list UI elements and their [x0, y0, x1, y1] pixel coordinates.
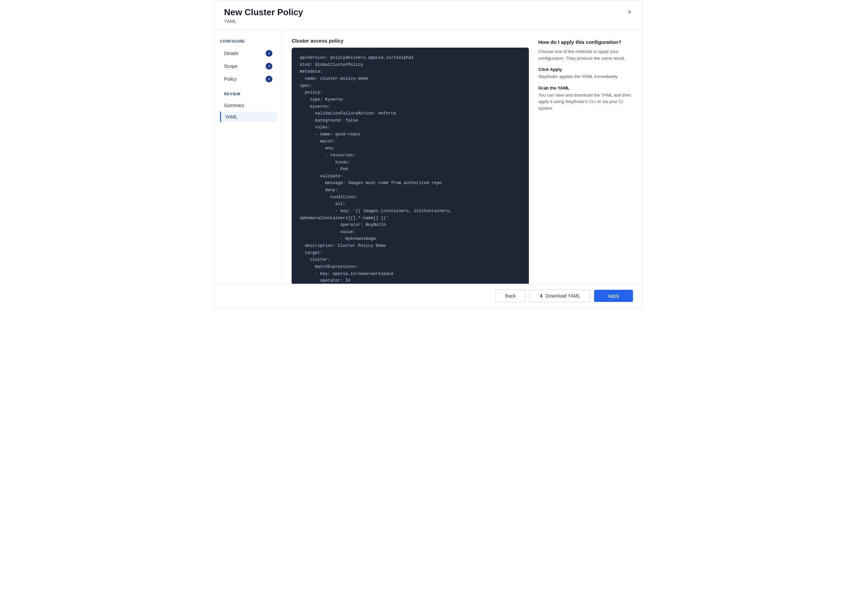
back-button[interactable]: Back [495, 289, 526, 302]
help-description: Choose one of the methods to apply your … [538, 48, 633, 62]
close-button[interactable]: × [626, 7, 633, 17]
sidebar-item-summary-label: Summary [224, 103, 244, 108]
sidebar-item-details[interactable]: Details [220, 47, 277, 59]
yaml-code-block: apiVersion: policydelivery.appvia.io/v1a… [292, 48, 529, 284]
modal-title: New Cluster Policy [224, 7, 303, 17]
sidebar-item-details-label: Details [224, 51, 238, 56]
sidebar-item-yaml-label: YAML [225, 114, 238, 120]
sidebar-item-scope-label: Scope [224, 63, 238, 69]
sidebar-item-policy[interactable]: Policy [220, 73, 277, 85]
details-check-icon [266, 50, 272, 57]
sidebar-item-scope[interactable]: Scope [220, 60, 277, 72]
scope-check-icon [266, 63, 272, 69]
content-area: Cluster access policy apiVersion: policy… [292, 38, 633, 284]
help-method1-title: Click Apply [538, 67, 633, 72]
modal-header: New Cluster Policy YAML × [215, 0, 642, 30]
modal-body: CONFIGURE Details Scope Policy REVIEW Su… [215, 30, 642, 284]
sidebar-item-summary[interactable]: Summary [220, 100, 277, 111]
download-yaml-button[interactable]: ⬇ Download YAML [529, 289, 590, 302]
help-method2-title: Grab the YAML [538, 85, 633, 91]
modal-subtitle: YAML [224, 19, 303, 24]
help-title: How do I apply this configuration? [538, 39, 633, 45]
help-section: How do I apply this configuration? Choos… [538, 38, 633, 284]
header-text: New Cluster Policy YAML [224, 7, 303, 24]
help-method1-desc: Wayfinder applies the YAML immediately [538, 73, 633, 80]
modal-footer: Back ⬇ Download YAML Apply [215, 284, 642, 308]
download-icon: ⬇ [539, 293, 543, 298]
sidebar-item-yaml[interactable]: YAML [220, 111, 277, 122]
cluster-access-policy-title: Cluster access policy [292, 38, 529, 43]
sidebar: CONFIGURE Details Scope Policy REVIEW Su… [215, 30, 282, 284]
help-method2-desc: You can view and download the YAML and t… [538, 92, 633, 112]
configure-section-label: CONFIGURE [220, 39, 277, 43]
sidebar-item-policy-label: Policy [224, 76, 237, 82]
policy-check-icon [266, 76, 272, 82]
review-section-label: REVIEW [220, 92, 277, 96]
download-yaml-label: Download YAML [545, 293, 580, 298]
apply-button[interactable]: Apply [594, 290, 633, 302]
modal-container: New Cluster Policy YAML × CONFIGURE Deta… [214, 0, 643, 308]
main-content: Cluster access policy apiVersion: policy… [282, 30, 642, 284]
yaml-section: Cluster access policy apiVersion: policy… [292, 38, 529, 284]
